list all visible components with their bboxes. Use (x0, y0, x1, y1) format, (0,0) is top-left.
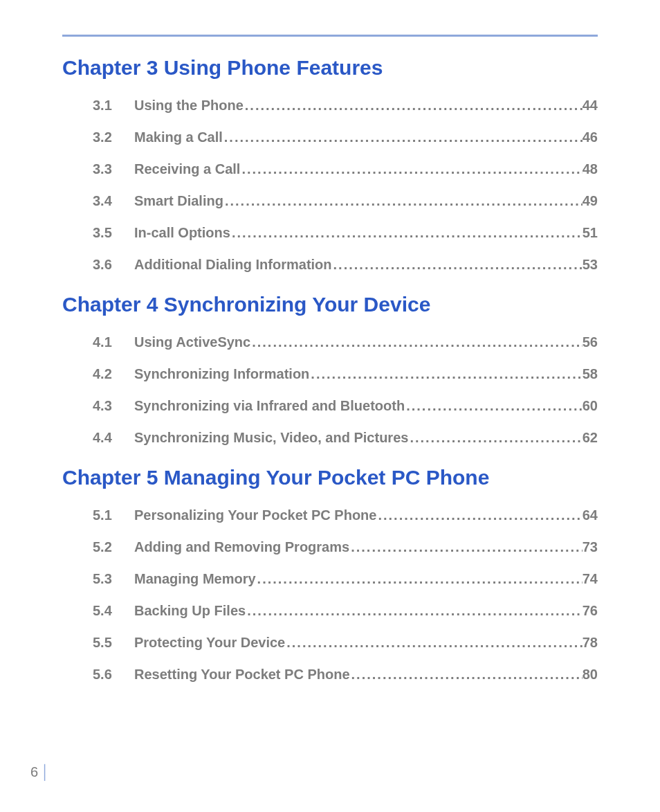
toc-number: 4.3 (93, 398, 134, 413)
toc-block: 3.1 Using the Phone 44 3.2 Making a Call… (93, 98, 598, 272)
toc-row[interactable]: 5.4 Backing Up Files 76 (93, 603, 598, 618)
toc-number: 5.4 (93, 603, 134, 618)
toc-number: 4.4 (93, 430, 134, 445)
toc-page: 78 (583, 635, 598, 650)
toc-number: 5.1 (93, 507, 134, 523)
toc-row[interactable]: 4.1 Using ActiveSync 56 (93, 334, 598, 350)
toc-page: 60 (583, 398, 598, 413)
toc-row[interactable]: 3.6 Additional Dialing Information 53 (93, 257, 598, 272)
toc-number: 3.4 (93, 193, 134, 208)
toc-number: 5.2 (93, 539, 134, 554)
toc-label: Protecting Your Device (134, 635, 285, 650)
toc-block: 4.1 Using ActiveSync 56 4.2 Synchronizin… (93, 334, 598, 445)
toc-page: 58 (583, 366, 598, 381)
toc-leader (223, 129, 583, 145)
toc-number: 3.6 (93, 257, 134, 272)
toc-leader (256, 571, 583, 586)
page-number: 6 (30, 764, 38, 779)
toc-leader (240, 161, 582, 177)
toc-leader (246, 603, 583, 618)
footer-bar-icon: │ (41, 764, 50, 779)
toc-page: 62 (583, 430, 598, 445)
toc-number: 4.1 (93, 334, 134, 350)
toc-label: Backing Up Files (134, 603, 246, 618)
toc-number: 4.2 (93, 366, 134, 381)
toc-leader (350, 667, 583, 682)
toc-number: 5.3 (93, 571, 134, 586)
toc-page: 48 (583, 161, 598, 177)
chapter-title: Chapter 3 Using Phone Features (62, 56, 598, 80)
toc-leader (230, 225, 583, 240)
toc-leader (285, 635, 583, 650)
toc-label: Using the Phone (134, 98, 244, 113)
toc-number: 5.6 (93, 667, 134, 682)
toc-row[interactable]: 3.4 Smart Dialing 49 (93, 193, 598, 208)
toc-row[interactable]: 4.4 Synchronizing Music, Video, and Pict… (93, 430, 598, 445)
toc-row[interactable]: 4.2 Synchronizing Information 58 (93, 366, 598, 381)
toc-number: 3.5 (93, 225, 134, 240)
toc-row[interactable]: 5.5 Protecting Your Device 78 (93, 635, 598, 650)
toc-page: 49 (583, 193, 598, 208)
toc-label: Synchronizing Music, Video, and Pictures (134, 430, 408, 445)
toc-leader (332, 257, 583, 272)
toc-row[interactable]: 3.1 Using the Phone 44 (93, 98, 598, 113)
toc-leader (309, 366, 582, 381)
page-footer: 6│ (30, 764, 50, 780)
toc-label: Personalizing Your Pocket PC Phone (134, 507, 376, 523)
toc-row[interactable]: 3.3 Receiving a Call 48 (93, 161, 598, 177)
toc-leader (405, 398, 583, 413)
toc-label: Synchronizing Information (134, 366, 309, 381)
toc-page: 56 (583, 334, 598, 350)
toc-leader (244, 98, 583, 113)
toc-leader (250, 334, 583, 350)
toc-leader (223, 193, 583, 208)
toc-page: 44 (583, 98, 598, 113)
toc-label: Managing Memory (134, 571, 256, 586)
toc-label: In-call Options (134, 225, 230, 240)
toc-page: 64 (583, 507, 598, 523)
toc-number: 3.3 (93, 161, 134, 177)
toc-number: 3.1 (93, 98, 134, 113)
toc-label: Smart Dialing (134, 193, 223, 208)
toc-label: Making a Call (134, 129, 223, 145)
toc-row[interactable]: 5.3 Managing Memory 74 (93, 571, 598, 586)
toc-number: 3.2 (93, 129, 134, 145)
toc-row[interactable]: 3.2 Making a Call 46 (93, 129, 598, 145)
toc-label: Receiving a Call (134, 161, 240, 177)
toc-page: 74 (583, 571, 598, 586)
toc-label: Resetting Your Pocket PC Phone (134, 667, 350, 682)
toc-row[interactable]: 5.6 Resetting Your Pocket PC Phone 80 (93, 667, 598, 682)
toc-row[interactable]: 5.2 Adding and Removing Programs 73 (93, 539, 598, 554)
toc-page: 51 (583, 225, 598, 240)
toc-label: Using ActiveSync (134, 334, 250, 350)
toc-leader (408, 430, 582, 445)
toc-row[interactable]: 5.1 Personalizing Your Pocket PC Phone 6… (93, 507, 598, 523)
toc-label: Additional Dialing Information (134, 257, 332, 272)
toc-block: 5.1 Personalizing Your Pocket PC Phone 6… (93, 507, 598, 682)
toc-leader (376, 507, 582, 523)
chapter-title: Chapter 4 Synchronizing Your Device (62, 293, 598, 316)
toc-label: Synchronizing via Infrared and Bluetooth (134, 398, 405, 413)
toc-number: 5.5 (93, 635, 134, 650)
toc-page: 46 (583, 129, 598, 145)
toc-page: 76 (583, 603, 598, 618)
toc-leader (349, 539, 583, 554)
toc-row[interactable]: 3.5 In-call Options 51 (93, 225, 598, 240)
toc-page: 80 (583, 667, 598, 682)
chapter-title: Chapter 5 Managing Your Pocket PC Phone (62, 466, 598, 489)
toc-label: Adding and Removing Programs (134, 539, 349, 554)
toc-page: 53 (583, 257, 598, 272)
toc-row[interactable]: 4.3 Synchronizing via Infrared and Bluet… (93, 398, 598, 413)
top-rule (62, 35, 598, 37)
toc-page: 73 (583, 539, 598, 554)
